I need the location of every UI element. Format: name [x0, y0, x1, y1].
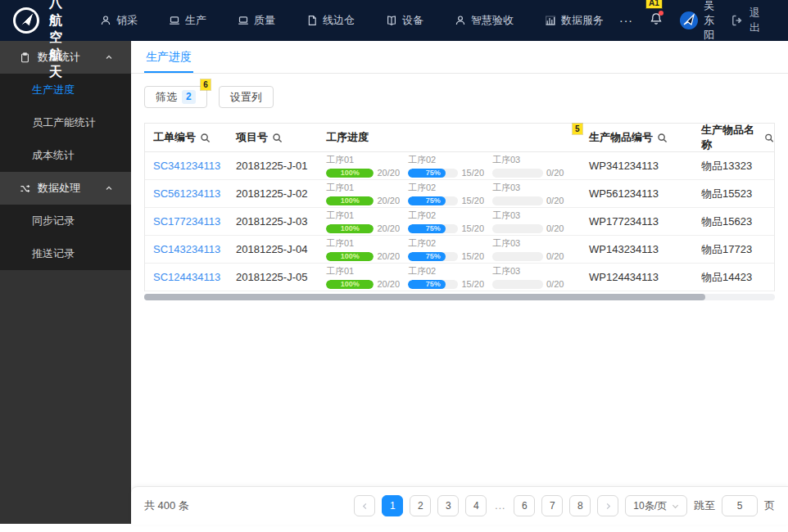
nav-label: 销采 [116, 13, 138, 28]
progress-bar: 100% [326, 252, 374, 261]
page-button-3[interactable]: 3 [437, 495, 459, 516]
nav-item-quality[interactable]: 质量 [222, 0, 291, 41]
pagination: 1 2 3 4 ... 6 7 8 10条/页 跳至 页 [354, 495, 775, 516]
chevron-left-icon [361, 503, 369, 510]
step-progress: 工序03 0/20 [492, 237, 581, 261]
brand: 一六八航空航天 [0, 0, 63, 81]
jump-page-input[interactable] [722, 495, 758, 516]
shuffle-icon [20, 183, 30, 194]
total-count: 共 400 条 [144, 498, 189, 513]
progress-bar: 100% [326, 196, 374, 205]
header-project-number: 项目号 [228, 130, 318, 145]
step-count: 15/20 [461, 223, 484, 233]
progress-bar [492, 169, 543, 178]
page-button-6[interactable]: 6 [514, 495, 535, 516]
progress-bar: 75% [408, 169, 458, 178]
progress-percent [492, 169, 543, 178]
step-progress: 工序03 0/20 [492, 210, 581, 233]
production-table: 工单编号 项目号 工序进度 5 生产物品编号 生产物品名称 SC3412341 [144, 123, 775, 291]
search-icon[interactable] [272, 133, 283, 143]
nav-label: 智慧验收 [471, 13, 514, 28]
page-button-4[interactable]: 4 [465, 495, 487, 516]
page-button-2[interactable]: 2 [410, 495, 431, 516]
header-label: 工单编号 [153, 130, 196, 145]
step-name: 工序03 [492, 182, 581, 194]
sidebar-item-cost-statistics[interactable]: 成本统计 [0, 139, 131, 172]
next-page-button[interactable] [597, 495, 618, 516]
progress-bar [492, 224, 543, 233]
table-row: SC561234113 20181225-J-02 工序01 100%20/20… [145, 180, 774, 208]
order-link[interactable]: SC561234113 [153, 187, 220, 200]
header-label: 生产物品名称 [701, 123, 760, 152]
nav-item-lineside-warehouse[interactable]: 线边仓 [291, 0, 370, 41]
progress-percent: 100% [326, 196, 374, 205]
tab-production-progress[interactable]: 生产进度 [144, 41, 193, 73]
notification-bell-icon[interactable]: A1 [650, 12, 663, 29]
sidebar-group-data-processing[interactable]: 数据处理 [0, 172, 131, 205]
progress-percent: 100% [326, 280, 374, 289]
nav-item-data-services[interactable]: 数据服务 [529, 0, 619, 41]
step-progress: 工序01 100%20/20 [326, 237, 400, 261]
step-name: 工序02 [408, 210, 484, 222]
step-name: 工序03 [492, 210, 581, 222]
sidebar-item-push-records[interactable]: 推送记录 [0, 237, 131, 270]
top-navbar: 一六八航空航天 销采 生产 质量 线边仓 设备 智慧验收 数据服务 [0, 0, 788, 41]
horizontal-scrollbar[interactable] [144, 294, 775, 300]
chart-icon [545, 15, 556, 26]
chevron-up-icon [105, 184, 113, 192]
step-count: 15/20 [461, 196, 484, 205]
item-name-cell: 物品14423 [693, 270, 774, 285]
progress-percent: 75% [408, 280, 458, 289]
step-name: 工序02 [408, 182, 484, 194]
sidebar-group-label: 数据处理 [38, 181, 80, 196]
step-count: 15/20 [461, 168, 484, 178]
user-icon [455, 15, 466, 26]
step-count: 20/20 [377, 196, 400, 205]
laptop-icon [169, 15, 180, 26]
nav-item-sales[interactable]: 销采 [84, 0, 153, 41]
nav-item-equipment[interactable]: 设备 [370, 0, 439, 41]
progress-bar: 100% [326, 280, 374, 289]
scrollbar-thumb[interactable] [144, 294, 705, 300]
nav-label: 质量 [254, 13, 275, 28]
nav-item-smart-acceptance[interactable]: 智慧验收 [439, 0, 529, 41]
page-size-value: 10条/页 [633, 499, 667, 513]
user-menu[interactable]: 吴东阳 [679, 0, 714, 43]
step-count: 0/20 [546, 196, 564, 205]
order-link[interactable]: SC124434113 [153, 271, 220, 283]
project-cell: 20181225-J-01 [228, 160, 318, 172]
sidebar-item-employee-capacity[interactable]: 员工产能统计 [0, 106, 131, 139]
step-count: 20/20 [377, 279, 400, 289]
progress-bar: 75% [408, 280, 458, 289]
header-label: 项目号 [236, 130, 268, 145]
page-button-1[interactable]: 1 [382, 495, 403, 516]
more-menu-icon[interactable]: ··· [619, 14, 633, 27]
item-name-cell: 物品15523 [693, 187, 774, 201]
progress-percent: 75% [408, 196, 458, 205]
page-size-select[interactable]: 10条/页 [625, 495, 687, 516]
progress-bar [492, 280, 543, 289]
order-link[interactable]: SC177234113 [153, 215, 220, 228]
progress-bar: 100% [326, 224, 374, 233]
header-label: 生产物品编号 [589, 130, 653, 145]
search-icon[interactable] [200, 133, 211, 143]
logout-button[interactable]: 退出 [731, 6, 760, 35]
filter-button[interactable]: 6 筛选 2 [144, 86, 207, 108]
toolbar: 6 筛选 2 设置列 [144, 86, 775, 108]
search-icon[interactable] [764, 133, 774, 143]
search-icon[interactable] [657, 133, 668, 143]
table-row: SC177234113 20181225-J-03 工序01 100%20/20… [145, 208, 774, 236]
company-logo-icon [11, 6, 41, 35]
order-link[interactable]: SC341234113 [153, 160, 220, 172]
page-button-7[interactable]: 7 [541, 495, 563, 516]
sidebar: 数据统计 生产进度 员工产能统计 成本统计 数据处理 同步记录 推送记录 [0, 41, 131, 524]
header-process-progress: 工序进度 [318, 130, 581, 145]
sidebar-item-sync-records[interactable]: 同步记录 [0, 205, 131, 237]
step-name: 工序01 [326, 154, 400, 166]
prev-page-button[interactable] [354, 495, 375, 516]
nav-item-production[interactable]: 生产 [153, 0, 222, 41]
order-link[interactable]: SC143234113 [153, 243, 220, 255]
set-columns-button[interactable]: 设置列 [219, 86, 274, 108]
page-button-8[interactable]: 8 [569, 495, 591, 516]
table-footer: 共 400 条 1 2 3 4 ... 6 7 8 10条/页 跳至 页 [131, 486, 788, 525]
